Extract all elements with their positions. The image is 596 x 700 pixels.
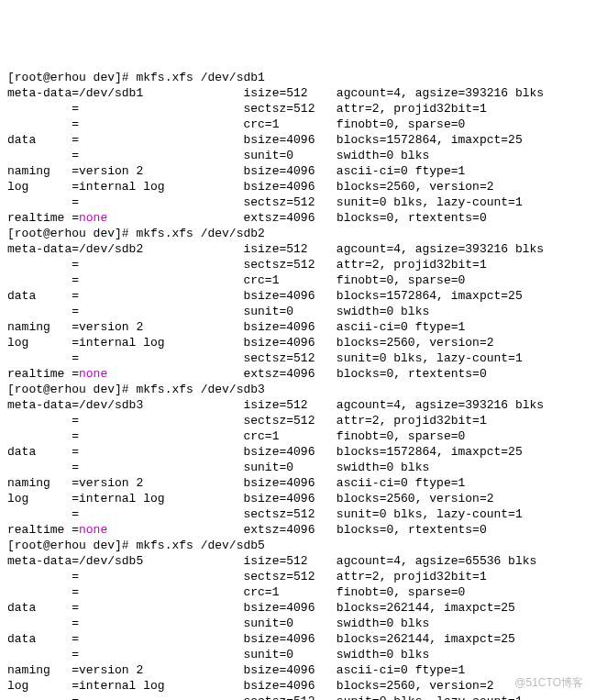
output-line: naming =version 2 bsize=4096 ascii-ci=0 … bbox=[7, 163, 589, 179]
output-line: realtime =none extsz=4096 blocks=0, rtex… bbox=[7, 366, 589, 382]
output-line: = sunit=0 swidth=0 blks bbox=[7, 304, 589, 319]
output-line: = sectsz=512 sunit=0 blks, lazy-count=1 bbox=[7, 506, 589, 522]
output-line: log =internal log bsize=4096 blocks=2560… bbox=[7, 491, 589, 506]
output-line: = crc=1 finobt=0, sparse=0 bbox=[7, 272, 589, 288]
output-line: log =internal log bsize=4096 blocks=2560… bbox=[7, 335, 589, 350]
output-line: = crc=1 finobt=0, sparse=0 bbox=[7, 584, 589, 600]
output-line: = sectsz=512 attr=2, projid32bit=1 bbox=[7, 569, 589, 584]
output-line: meta-data=/dev/sdb5 isize=512 agcount=4,… bbox=[7, 553, 589, 569]
shell-prompt-line[interactable]: [root@erhou dev]# mkfs.xfs /dev/sdb3 bbox=[7, 382, 589, 397]
output-line: = sunit=0 swidth=0 blks bbox=[7, 616, 589, 631]
output-line: = sunit=0 swidth=0 blks bbox=[7, 148, 589, 163]
none-value: none bbox=[79, 523, 107, 537]
output-line: = sectsz=512 sunit=0 blks, lazy-count=1 bbox=[7, 350, 589, 366]
output-line: = sunit=0 swidth=0 blks bbox=[7, 460, 589, 475]
output-line: data = bsize=4096 blocks=1572864, imaxpc… bbox=[7, 288, 589, 304]
shell-prompt-line[interactable]: [root@erhou dev]# mkfs.xfs /dev/sdb1 bbox=[7, 70, 589, 85]
terminal-output: [root@erhou dev]# mkfs.xfs /dev/sdb1meta… bbox=[7, 70, 589, 700]
output-line: naming =version 2 bsize=4096 ascii-ci=0 … bbox=[7, 475, 589, 491]
none-value: none bbox=[79, 367, 107, 381]
shell-prompt-line[interactable]: [root@erhou dev]# mkfs.xfs /dev/sdb2 bbox=[7, 226, 589, 241]
output-line: meta-data=/dev/sdb2 isize=512 agcount=4,… bbox=[7, 241, 589, 257]
output-line: log =internal log bsize=4096 blocks=2560… bbox=[7, 678, 589, 694]
output-line: = crc=1 finobt=0, sparse=0 bbox=[7, 428, 589, 444]
output-line: = crc=1 finobt=0, sparse=0 bbox=[7, 117, 589, 132]
output-line: naming =version 2 bsize=4096 ascii-ci=0 … bbox=[7, 662, 589, 678]
output-line: log =internal log bsize=4096 blocks=2560… bbox=[7, 179, 589, 194]
shell-prompt-line[interactable]: [root@erhou dev]# mkfs.xfs /dev/sdb5 bbox=[7, 538, 589, 553]
output-line: data = bsize=4096 blocks=262144, imaxpct… bbox=[7, 600, 589, 616]
output-line: = sunit=0 swidth=0 blks bbox=[7, 647, 589, 662]
output-line: data = bsize=4096 blocks=1572864, imaxpc… bbox=[7, 132, 589, 148]
output-line: realtime =none extsz=4096 blocks=0, rtex… bbox=[7, 522, 589, 538]
output-line: naming =version 2 bsize=4096 ascii-ci=0 … bbox=[7, 319, 589, 335]
none-value: none bbox=[79, 211, 107, 225]
output-line: = sectsz=512 sunit=0 blks, lazy-count=1 bbox=[7, 194, 589, 210]
output-line: = sectsz=512 attr=2, projid32bit=1 bbox=[7, 257, 589, 272]
output-line: meta-data=/dev/sdb1 isize=512 agcount=4,… bbox=[7, 85, 589, 101]
output-line: = sectsz=512 attr=2, projid32bit=1 bbox=[7, 101, 589, 117]
output-line: meta-data=/dev/sdb3 isize=512 agcount=4,… bbox=[7, 397, 589, 413]
output-line: realtime =none extsz=4096 blocks=0, rtex… bbox=[7, 210, 589, 226]
output-line: data = bsize=4096 blocks=1572864, imaxpc… bbox=[7, 444, 589, 460]
output-line: = sectsz=512 attr=2, projid32bit=1 bbox=[7, 413, 589, 428]
output-line: data = bsize=4096 blocks=262144, imaxpct… bbox=[7, 631, 589, 647]
output-line: = sectsz=512 sunit=0 blks, lazy-count=1 bbox=[7, 694, 589, 700]
